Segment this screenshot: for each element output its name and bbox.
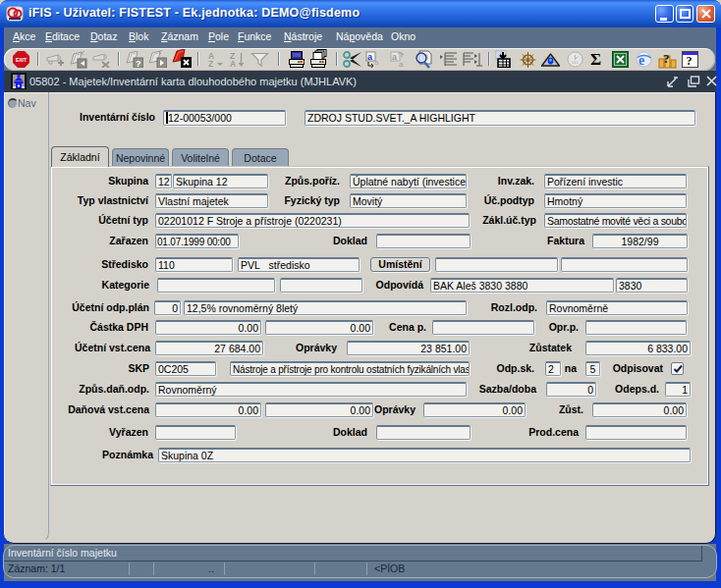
svg-text:Z: Z: [208, 59, 213, 68]
svg-text:a: a: [399, 60, 404, 69]
svg-text:A: A: [230, 59, 236, 68]
svg-text:e: e: [638, 53, 644, 68]
svg-text:?: ?: [663, 51, 670, 66]
svg-text:?: ?: [687, 54, 693, 68]
svg-text:?: ?: [136, 59, 141, 68]
svg-text:EXIT: EXIT: [16, 57, 27, 63]
svg-text:a: a: [374, 58, 379, 67]
svg-text:015: 015: [572, 60, 579, 65]
